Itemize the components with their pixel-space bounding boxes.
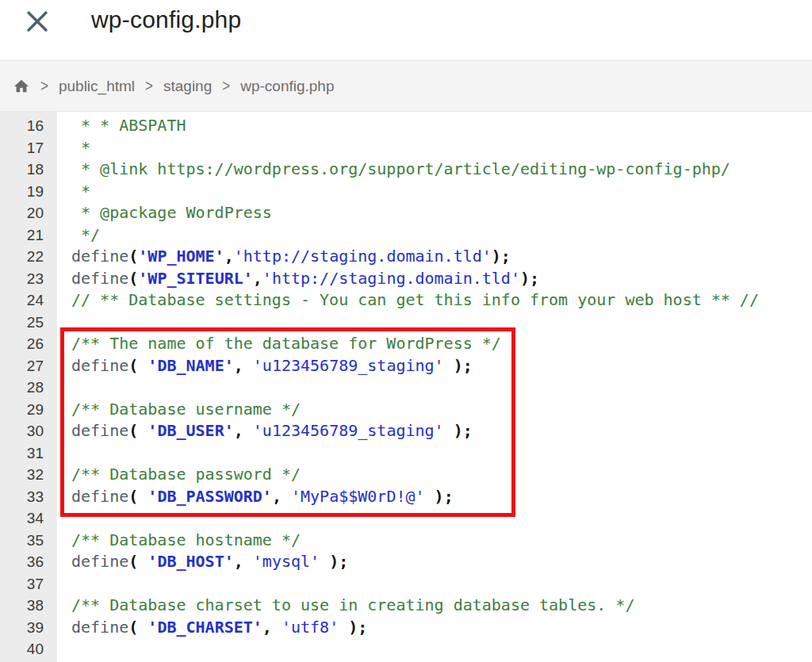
- line-number: 28: [0, 377, 57, 399]
- line-number: 25: [0, 312, 57, 334]
- code-text: * @link https://wordpress.org/support/ar…: [57, 159, 730, 181]
- line-number: 17: [0, 137, 57, 159]
- line-number: 32: [0, 464, 57, 486]
- code-line[interactable]: 30define( 'DB_USER', 'u123456789_staging…: [0, 420, 812, 442]
- breadcrumb-separator-icon: >: [222, 77, 230, 95]
- code-text: define( 'DB_NAME', 'u123456789_staging' …: [57, 355, 473, 377]
- code-text: /** Database password */: [57, 464, 301, 486]
- code-line[interactable]: 34: [0, 507, 812, 530]
- code-text: [57, 573, 71, 595]
- code-text: [57, 638, 71, 660]
- line-number: 21: [0, 224, 57, 247]
- line-number: 34: [0, 507, 57, 530]
- code-line[interactable]: 21 */: [0, 224, 812, 247]
- code-text: define('WP_SITEURL','http://staging.doma…: [57, 268, 539, 290]
- line-number: 36: [0, 551, 57, 573]
- code-text: define( 'DB_USER', 'u123456789_staging' …: [57, 420, 473, 442]
- line-number: 35: [0, 530, 57, 552]
- code-line[interactable]: 31: [0, 442, 812, 465]
- code-line[interactable]: 16 * * ABSPATH: [0, 115, 812, 137]
- code-line[interactable]: 36define( 'DB_HOST', 'mysql' );: [0, 551, 812, 573]
- code-text: * * ABSPATH: [57, 115, 186, 137]
- line-number: 39: [0, 617, 57, 639]
- code-line[interactable]: 27define( 'DB_NAME', 'u123456789_staging…: [0, 355, 812, 377]
- code-text: define( 'DB_HOST', 'mysql' );: [57, 551, 348, 573]
- close-icon[interactable]: [26, 10, 48, 33]
- page-title: wp-config.php: [91, 6, 241, 33]
- line-number: 19: [0, 181, 57, 203]
- code-text: define( 'DB_PASSWORD', 'MyPa$$W0rD!@' );: [57, 486, 454, 508]
- code-text: [57, 442, 71, 465]
- code-text: /** Database charset to use in creating …: [57, 595, 634, 617]
- line-number: 33: [0, 486, 57, 508]
- line-number: 38: [0, 595, 57, 617]
- line-number: 29: [0, 399, 57, 421]
- code-editor[interactable]: 16 * * ABSPATH17 *18 * @link https://wor…: [0, 112, 812, 662]
- line-number: 18: [0, 159, 57, 181]
- code-line[interactable]: 24// ** Database settings - You can get …: [0, 289, 812, 312]
- code-text: */: [57, 224, 100, 247]
- line-number: 31: [0, 442, 57, 465]
- home-icon[interactable]: [13, 78, 30, 95]
- line-number: 26: [0, 333, 57, 355]
- code-text: [57, 377, 71, 399]
- line-number: 23: [0, 268, 57, 290]
- line-number: 40: [0, 638, 57, 660]
- code-line[interactable]: 19 *: [0, 181, 812, 203]
- code-line[interactable]: 33define( 'DB_PASSWORD', 'MyPa$$W0rD!@' …: [0, 486, 812, 508]
- code-line[interactable]: 39define( 'DB_CHARSET', 'utf8' );: [0, 617, 812, 639]
- breadcrumb: >public_html>staging>wp-config.php: [13, 78, 335, 95]
- line-number: 20: [0, 202, 57, 224]
- code-line[interactable]: 32/** Database password */: [0, 464, 812, 486]
- code-text: define( 'DB_CHARSET', 'utf8' );: [57, 617, 367, 639]
- code-line[interactable]: 17 *: [0, 137, 812, 159]
- code-line[interactable]: 26/** The name of the database for WordP…: [0, 333, 812, 355]
- code-line[interactable]: 40: [0, 638, 812, 660]
- line-number: 27: [0, 355, 57, 377]
- line-number: 16: [0, 115, 57, 137]
- code-line[interactable]: 25: [0, 312, 812, 334]
- code-text: /** Database username */: [57, 399, 301, 421]
- breadcrumb-item[interactable]: public_html: [59, 78, 135, 95]
- breadcrumb-bar: >public_html>staging>wp-config.php: [0, 60, 812, 112]
- code-line[interactable]: 18 * @link https://wordpress.org/support…: [0, 159, 812, 181]
- code-area: 16 * * ABSPATH17 *18 * @link https://wor…: [0, 115, 812, 660]
- breadcrumb-separator-icon: >: [145, 77, 153, 95]
- code-text: [57, 507, 71, 530]
- code-text: // ** Database settings - You can get th…: [57, 289, 759, 312]
- code-line[interactable]: 29/** Database username */: [0, 399, 812, 421]
- editor-header: wp-config.php: [0, 0, 812, 60]
- code-text: define('WP_HOME','http://staging.domain.…: [57, 246, 511, 268]
- code-line[interactable]: 22define('WP_HOME','http://staging.domai…: [0, 246, 812, 268]
- code-text: /** The name of the database for WordPre…: [57, 333, 501, 355]
- code-line[interactable]: 38/** Database charset to use in creatin…: [0, 595, 812, 617]
- breadcrumb-separator-icon: >: [40, 77, 48, 95]
- code-text: [57, 312, 71, 334]
- breadcrumb-item[interactable]: wp-config.php: [240, 78, 334, 95]
- line-number: 24: [0, 289, 57, 312]
- code-line[interactable]: 37: [0, 573, 812, 595]
- code-line[interactable]: 20 * @package WordPress: [0, 202, 812, 224]
- line-number: 37: [0, 573, 57, 595]
- code-text: * @package WordPress: [57, 202, 272, 224]
- code-text: *: [57, 137, 90, 159]
- code-line[interactable]: 35/** Database hostname */: [0, 530, 812, 552]
- line-number: 22: [0, 246, 57, 268]
- code-line[interactable]: 28: [0, 377, 812, 399]
- breadcrumb-item[interactable]: staging: [163, 78, 212, 95]
- code-text: *: [57, 181, 90, 203]
- code-line[interactable]: 23define('WP_SITEURL','http://staging.do…: [0, 268, 812, 290]
- code-text: /** Database hostname */: [57, 530, 301, 552]
- line-number: 30: [0, 420, 57, 442]
